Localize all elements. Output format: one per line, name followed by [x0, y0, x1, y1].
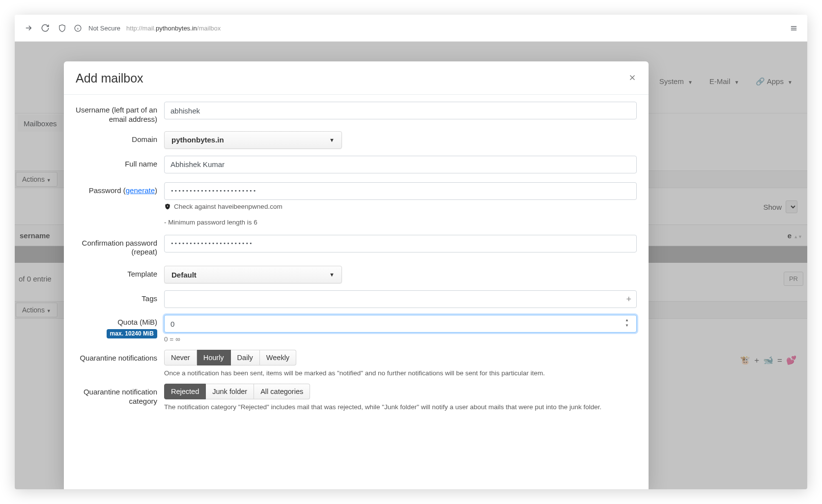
label-qn: Quarantine notifications [76, 350, 164, 363]
tags-input[interactable]: + [164, 290, 637, 308]
label-username: Username (left part of an email address) [76, 102, 164, 124]
username-input[interactable] [164, 102, 637, 119]
label-template: Template [76, 266, 164, 279]
label-qc: Quarantine notification category [76, 384, 164, 406]
hibp-hint: Check against haveibeenpwned.com [164, 203, 637, 212]
label-confirm: Confirmation password (repeat) [76, 235, 164, 257]
not-secure-label: Not Secure [88, 25, 120, 32]
confirm-password-input[interactable] [164, 235, 637, 252]
url-display[interactable]: http://mail.pythonbytes.in/mailbox [126, 25, 221, 32]
quota-input[interactable] [164, 315, 637, 333]
shield-check-icon [164, 203, 171, 210]
chevron-down-icon: ▼ [329, 272, 335, 278]
close-icon[interactable] [628, 73, 637, 84]
spinner-icon[interactable]: ▲▼ [625, 318, 633, 328]
menu-icon[interactable] [789, 23, 798, 33]
browser-toolbar: Not Secure http://mail.pythonbytes.in/ma… [15, 15, 807, 42]
password-input[interactable] [164, 182, 637, 200]
label-password: Password (generate) [76, 182, 164, 196]
domain-dropdown[interactable]: pythonbytes.in ▼ [164, 131, 342, 149]
qn-hourly[interactable]: Hourly [197, 350, 231, 365]
info-icon[interactable] [73, 23, 83, 33]
add-mailbox-modal: Add mailbox Username (left part of an em… [64, 61, 649, 489]
qc-note: The notification category "Rejected" inc… [164, 403, 637, 411]
qn-daily[interactable]: Daily [231, 350, 260, 365]
template-dropdown[interactable]: Default ▼ [164, 266, 342, 283]
label-domain: Domain [76, 131, 164, 144]
qn-group: Never Hourly Daily Weekly [164, 350, 296, 365]
quota-zero-hint: 0 = ∞ [164, 336, 637, 343]
forward-icon[interactable] [24, 23, 33, 33]
qc-junk[interactable]: Junk folder [206, 384, 254, 399]
fullname-input[interactable] [164, 156, 637, 173]
modal-title: Add mailbox [76, 71, 143, 85]
qc-group: Rejected Junk folder All categories [164, 384, 310, 399]
reload-icon[interactable] [40, 23, 50, 33]
generate-link[interactable]: generate [126, 186, 155, 195]
label-quota: Quota (MiB) [76, 318, 157, 327]
qc-all[interactable]: All categories [254, 384, 310, 399]
qn-weekly[interactable]: Weekly [260, 350, 296, 365]
qc-rejected[interactable]: Rejected [164, 384, 206, 399]
label-tags: Tags [76, 290, 164, 304]
qn-never[interactable]: Never [164, 350, 197, 365]
qn-note: Once a notification has been sent, items… [164, 369, 637, 377]
label-fullname: Full name [76, 156, 164, 169]
minpw-hint: - Minimum password length is 6 [164, 219, 637, 226]
quota-max-badge: max. 10240 MiB [107, 329, 157, 338]
plus-icon[interactable]: + [626, 294, 631, 305]
chevron-down-icon: ▼ [329, 137, 335, 143]
shield-icon[interactable] [57, 23, 67, 33]
